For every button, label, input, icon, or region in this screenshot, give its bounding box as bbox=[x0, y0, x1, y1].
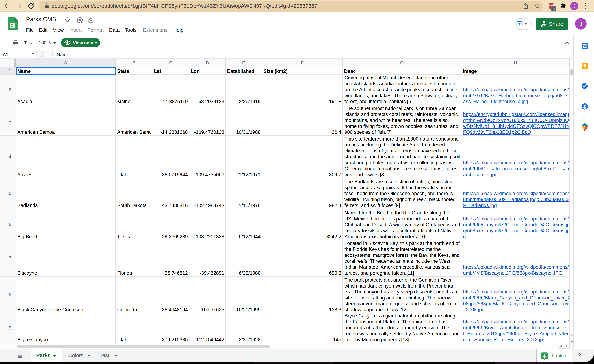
svg-text:31: 31 bbox=[583, 45, 586, 48]
